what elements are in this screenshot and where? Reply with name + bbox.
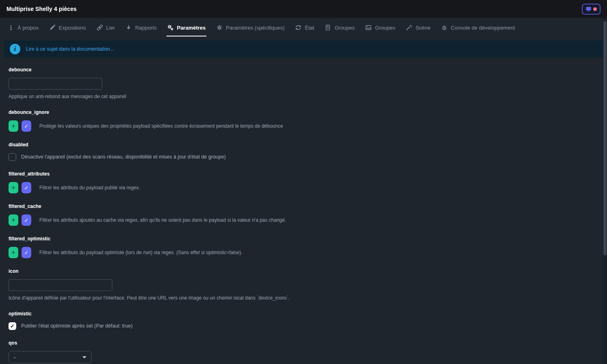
ledger-icon (325, 24, 331, 31)
field-label: filtered_cache (9, 203, 598, 209)
plus-icon: + (11, 184, 15, 191)
tab-console-dev[interactable]: Console de développement (436, 18, 520, 37)
field-label: qos (9, 340, 598, 346)
field-qos: qos - (9, 340, 598, 363)
tab-label: Groupes (334, 25, 355, 31)
tab-label: Lier (106, 25, 115, 31)
pencil-icon (49, 24, 56, 31)
add-item-button[interactable]: + (9, 214, 18, 226)
add-item-button[interactable]: + (9, 182, 18, 193)
check-icon: ✓ (24, 250, 29, 255)
check-icon: ✓ (24, 124, 29, 129)
plus-icon: + (11, 249, 15, 256)
checkbox-label: Désactive l'appareil (exclut des scans r… (21, 154, 226, 160)
monitor-icon (585, 6, 592, 12)
field-label: optimistic (9, 311, 598, 317)
plus-icon: + (11, 217, 15, 223)
tab-parametres-specifiques[interactable]: Paramètres (spécifiques) (211, 18, 290, 37)
add-item-button[interactable]: + (9, 120, 18, 132)
field-label: filtered_optimistic (9, 236, 598, 242)
debounce-input[interactable] (9, 78, 102, 90)
sync-icon (295, 24, 301, 31)
field-debounce-ignore: debounce_ignore + ✓ Protège les valeurs … (9, 109, 598, 132)
check-icon: ✓ (24, 185, 29, 191)
field-label: filtered_attributes (9, 171, 598, 177)
tab-label: À propos (17, 25, 39, 31)
tab-label: Console de développement (451, 25, 515, 31)
qos-select[interactable]: - (9, 351, 92, 363)
field-label: debounce_ignore (9, 109, 598, 115)
apply-button[interactable]: ✓ (22, 247, 31, 258)
header-bar: Multiprise Shelly 4 pièces (0, 0, 607, 18)
tab-groupes-1[interactable]: Groupes (319, 18, 360, 37)
tab-expositions[interactable]: Expositions (44, 18, 91, 37)
tab-parametres[interactable]: Paramètres (162, 18, 211, 37)
tab-etat[interactable]: État (290, 18, 319, 37)
check-icon: ✓ (24, 218, 29, 223)
download-icon (125, 24, 132, 31)
field-filtered-optimistic: filtered_optimistic + ✓ Filtrer les attr… (9, 236, 598, 258)
field-filtered-cache: filtered_cache + ✓ Filtrer les attributs… (9, 203, 598, 226)
tab-label: Expositions (59, 25, 86, 31)
field-label: icon (9, 268, 598, 274)
field-help: Icône d'appareil définie par l'utilisate… (9, 295, 598, 301)
apply-button[interactable]: ✓ (22, 214, 31, 226)
scrollbar-track[interactable] (603, 18, 607, 364)
tab-label: Rapports (135, 25, 157, 31)
field-label: debounce (9, 67, 598, 73)
disabled-checkbox[interactable] (9, 153, 16, 161)
wand-icon (406, 24, 412, 31)
field-optimistic: optimistic ✓ Publier l'état optimiste ap… (9, 311, 598, 330)
recording-dot-icon (593, 7, 597, 11)
settings-form: debounce Applique un anti-rebond aux mes… (0, 58, 607, 363)
field-help: Applique un anti-rebond aux messages de … (9, 94, 598, 99)
tab-groupes-2[interactable]: Groupes (360, 18, 400, 37)
apply-button[interactable]: ✓ (22, 120, 31, 132)
tab-label: État (305, 25, 314, 31)
field-icon: icon Icône d'appareil définie par l'util… (9, 268, 598, 301)
apply-button[interactable]: ✓ (22, 182, 31, 193)
tab-label: Paramètres (177, 25, 206, 31)
add-item-button[interactable]: + (9, 247, 18, 258)
documentation-link[interactable]: Lire à ce sujet dans la documentation... (26, 46, 114, 52)
tab-bar: À propos Expositions Lier Rapports Param… (0, 18, 607, 37)
bug-icon (441, 24, 448, 31)
caret-down-icon (82, 356, 86, 358)
tab-label: Scène (415, 25, 430, 31)
info-circle-icon: i (10, 44, 20, 54)
tab-scene[interactable]: Scène (400, 18, 436, 37)
field-debounce: debounce Applique un anti-rebond aux mes… (9, 67, 598, 99)
check-icon: ✓ (10, 323, 15, 329)
page-title: Multiprise Shelly 4 pièces (6, 6, 77, 12)
image-icon (365, 24, 372, 31)
selected-option: - (14, 354, 15, 360)
icon-input[interactable] (9, 279, 112, 291)
tab-label: Paramètres (spécifiques) (226, 25, 285, 31)
field-label: disabled (9, 142, 598, 148)
documentation-banner: i Lire à ce sujet dans la documentation.… (4, 41, 603, 58)
optimistic-checkbox[interactable]: ✓ (9, 322, 16, 330)
field-filtered-attributes: filtered_attributes + ✓ Filtrer les attr… (9, 171, 598, 193)
checkbox-label: Publier l'état optimiste après set (Par … (21, 323, 133, 329)
scrollbar-thumb[interactable] (603, 21, 607, 255)
info-icon (8, 24, 14, 31)
field-disabled: disabled Désactive l'appareil (exclut de… (9, 142, 598, 161)
link-icon (97, 24, 103, 31)
tab-rapports[interactable]: Rapports (120, 18, 162, 37)
tab-label: Groupes (375, 25, 395, 31)
tab-a-propos[interactable]: À propos (2, 18, 44, 37)
field-help: Filtrer les attributs du payload optimis… (39, 250, 242, 255)
tab-lier[interactable]: Lier (91, 18, 121, 37)
field-help: Filtrer les attributs ajoutés au cache v… (39, 217, 286, 223)
field-help: Filtrer les attributs du payload publié … (39, 185, 140, 191)
gear-icon (216, 24, 223, 31)
plus-icon: + (11, 123, 15, 129)
gears-icon (167, 24, 174, 31)
recording-indicator-button[interactable] (582, 4, 601, 15)
field-help: Protège les valeurs uniques des propriét… (39, 123, 283, 129)
